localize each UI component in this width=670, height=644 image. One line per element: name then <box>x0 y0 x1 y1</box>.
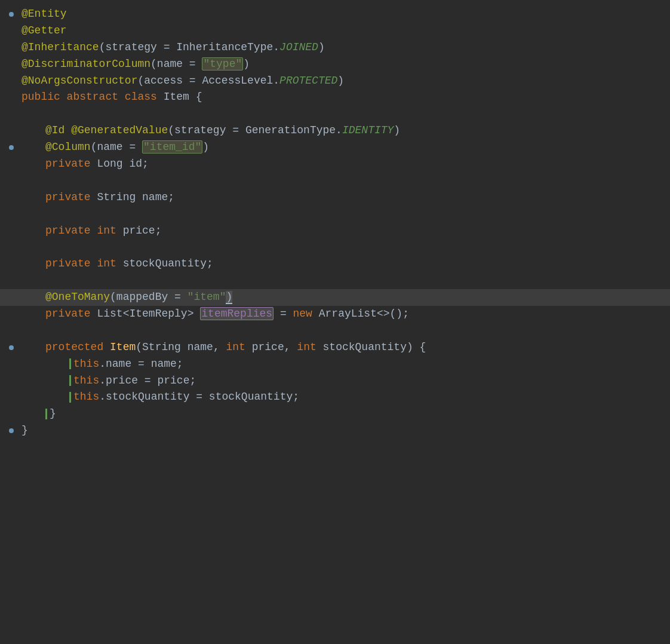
code-line <box>0 323 670 339</box>
token-plain: } <box>50 407 56 419</box>
code-line: @Column(name = "item_id") <box>0 139 670 156</box>
line-content: private Long id; <box>21 156 670 173</box>
token-keyword: private <box>45 158 97 170</box>
vertical-bar <box>69 392 71 403</box>
code-line: private int price; <box>0 223 670 240</box>
token-annotation: @Id <box>45 124 71 136</box>
token-plain: stockQuantity; <box>116 257 213 269</box>
line-content: this.price = price; <box>21 373 670 390</box>
token-plain: <>(); <box>377 308 409 320</box>
token-method: Item <box>110 341 136 353</box>
token-keyword: private <box>45 257 97 269</box>
token-keyword: this <box>73 358 99 370</box>
token-plain: id; <box>123 158 149 170</box>
line-content: @Column(name = "item_id") <box>21 139 670 156</box>
token-keyword: this <box>73 375 99 387</box>
token-keyword: this <box>73 391 99 403</box>
line-content: } <box>21 406 670 422</box>
token-annotation: @Getter <box>21 24 67 36</box>
line-content: @Inheritance(strategy = InheritanceType.… <box>21 39 670 56</box>
code-line: @Id @GeneratedValue(strategy = Generatio… <box>0 122 670 139</box>
token-italic-green: JOINED <box>279 41 318 53</box>
code-line: @Entity <box>0 6 670 23</box>
code-line <box>0 239 670 256</box>
token-keyword: private <box>45 225 97 237</box>
line-content: this.stockQuantity = stockQuantity; <box>21 389 670 406</box>
code-line: @OneToMany(mappedBy = "item") <box>0 289 670 306</box>
gutter-dot <box>9 428 14 433</box>
token-plain: (strategy = <box>168 124 245 136</box>
code-line: private List<ItemReply> itemReplies = ne… <box>0 306 670 323</box>
vertical-bar <box>69 358 71 369</box>
gutter-dot <box>9 145 14 150</box>
token-italic-green: IDENTITY <box>342 124 394 136</box>
token-plain: name; <box>136 191 174 203</box>
code-line: private int stockQuantity; <box>0 256 670 272</box>
line-content: private List<ItemReply> itemReplies = ne… <box>21 306 670 323</box>
token-plain: name, <box>181 341 226 353</box>
token-classname: String <box>142 341 181 353</box>
code-line: } <box>0 406 670 422</box>
token-plain: = <box>273 308 293 320</box>
token-keyword: private <box>45 308 97 320</box>
gutter <box>5 345 18 350</box>
code-line: this.price = price; <box>0 373 670 390</box>
token-plain: (strategy = <box>99 41 177 53</box>
token-keyword: new <box>293 308 319 320</box>
token-plain: (name = <box>150 58 202 70</box>
line-content: @Id @GeneratedValue(strategy = Generatio… <box>21 122 670 139</box>
line-content: @NoArgsConstructor(access = AccessLevel.… <box>21 73 670 90</box>
token-classname: GenerationType <box>245 124 336 136</box>
code-line: this.stockQuantity = stockQuantity; <box>0 389 670 406</box>
vertical-bar <box>69 375 71 386</box>
token-plain: ) <box>318 41 325 53</box>
token-plain: ) <box>394 124 400 136</box>
token-plain: ( <box>136 341 142 353</box>
token-plain: stockQuantity) { <box>316 341 426 353</box>
line-content: private String name; <box>21 189 670 206</box>
token-keyword: int <box>97 225 116 237</box>
code-editor: @Entity@Getter@Inheritance(strategy = In… <box>0 0 670 445</box>
line-content: this.name = name; <box>21 356 670 373</box>
token-plain: > <box>188 308 201 320</box>
code-line <box>0 272 670 289</box>
gutter <box>5 12 18 17</box>
code-line <box>0 106 670 122</box>
line-content: @Getter <box>21 23 670 39</box>
token-plain: price; <box>116 225 162 237</box>
line-content: protected Item(String name, int price, i… <box>21 339 670 356</box>
token-keyword: private <box>45 191 97 203</box>
code-line: @Getter <box>0 23 670 39</box>
token-annotation: @GeneratedValue <box>71 124 168 136</box>
token-italic-green: PROTECTED <box>279 75 337 87</box>
token-string-highlight: "item_id" <box>142 140 202 154</box>
token-plain: . <box>273 75 279 87</box>
line-content: @Entity <box>21 6 670 23</box>
token-classname: ItemReply <box>129 308 187 320</box>
code-line: } <box>0 422 670 439</box>
token-plain: price, <box>245 341 297 353</box>
token-keyword: int <box>297 341 316 353</box>
token-classname: List <box>97 308 122 320</box>
code-line: @NoArgsConstructor(access = AccessLevel.… <box>0 73 670 90</box>
token-plain: ) <box>202 141 209 153</box>
token-annotation: @OneToMany <box>45 291 110 303</box>
token-field-highlight: itemReplies <box>200 307 273 320</box>
token-keyword: int <box>97 257 116 269</box>
token-plain: (access = <box>137 75 202 87</box>
code-line: protected Item(String name, int price, i… <box>0 339 670 356</box>
token-plain: . <box>336 124 342 136</box>
token-plain: ) <box>243 58 250 70</box>
gutter-dot <box>9 12 14 17</box>
line-content: public abstract class Item { <box>21 89 670 106</box>
code-line <box>0 173 670 189</box>
token-plain: (name = <box>91 141 142 153</box>
token-annotation: @Column <box>45 141 91 153</box>
gutter <box>5 428 18 433</box>
line-content: @OneToMany(mappedBy = "item") <box>21 289 670 306</box>
line-content: } <box>21 422 670 439</box>
gutter-dot <box>9 345 14 350</box>
code-line: @Inheritance(strategy = InheritanceType.… <box>0 39 670 56</box>
token-keyword: protected <box>45 341 110 353</box>
line-content: private int price; <box>21 223 670 240</box>
